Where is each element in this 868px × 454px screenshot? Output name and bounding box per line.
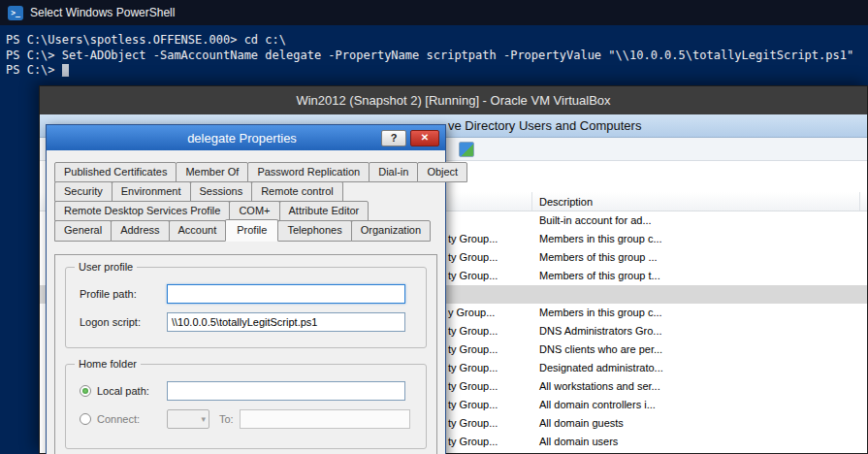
- dialog-title: delegate Properties: [47, 131, 381, 146]
- user-profile-group: User profile Profile path: Logon script:: [65, 267, 427, 348]
- list-item-type: ty Group...: [448, 380, 498, 392]
- tab-sessions[interactable]: Sessions: [190, 181, 253, 202]
- list-item-description: DNS clients who are per...: [539, 343, 662, 355]
- connect-label: Connect:: [97, 413, 140, 425]
- delegate-properties-dialog: delegate Properties ? ✕ Published Certif…: [46, 124, 446, 454]
- list-item-description: Members in this group c...: [539, 307, 662, 318]
- close-icon: ✕: [421, 133, 429, 143]
- connect-to-input[interactable]: [240, 409, 410, 429]
- list-item-description: Members in this group c...: [539, 233, 662, 244]
- terminal-cursor: _: [62, 64, 69, 77]
- list-item-type: ty Group...: [448, 343, 498, 355]
- terminal-line: PS C:\Users\spotless.OFFENSE.000> cd c:\: [6, 33, 862, 49]
- list-item-type: y Group...: [448, 307, 495, 318]
- tab-password-replication[interactable]: Password Replication: [247, 162, 370, 182]
- chevron-down-icon: ▾: [201, 414, 206, 424]
- tab-row: Remote Desktop Services ProfileCOM+Attri…: [54, 201, 368, 221]
- list-item-type: ty Group...: [448, 362, 498, 373]
- tab-account[interactable]: Account: [169, 220, 227, 242]
- tab-attribute-editor[interactable]: Attribute Editor: [279, 201, 370, 221]
- to-label: To:: [219, 413, 234, 425]
- logon-script-label: Logon script:: [80, 316, 167, 328]
- local-path-input[interactable]: [167, 381, 405, 401]
- tab-com-[interactable]: COM+: [229, 201, 279, 221]
- help-button[interactable]: ?: [381, 130, 406, 146]
- connect-radio[interactable]: [80, 413, 91, 425]
- virtualbox-titlebar[interactable]: Win2012 (Snapshot 2) [Running] - Oracle …: [40, 86, 867, 114]
- list-item-description: DNS Administrators Gro...: [539, 325, 662, 337]
- close-button[interactable]: ✕: [410, 130, 439, 146]
- local-path-radio[interactable]: [80, 385, 91, 397]
- column-header-filler: [860, 192, 867, 211]
- tab-row: SecurityEnvironmentSessionsRemote contro…: [54, 181, 342, 202]
- tab-address[interactable]: Address: [111, 220, 169, 242]
- tab-published-certificates[interactable]: Published Certificates: [54, 162, 177, 182]
- aduc-title: ve Directory Users and Computers: [448, 118, 641, 133]
- terminal-line: PS C:\> Set-ADObject -SamAccountName del…: [6, 49, 862, 64]
- screen: >_ Select Windows PowerShell PS C:\Users…: [0, 0, 868, 454]
- user-profile-group-label: User profile: [75, 261, 137, 273]
- profile-path-label: Profile path:: [80, 288, 167, 300]
- dialog-titlebar[interactable]: delegate Properties ? ✕: [47, 125, 445, 150]
- list-item-type: ty Group...: [448, 270, 498, 281]
- list-item-type: ty Group...: [448, 417, 498, 429]
- tab-object[interactable]: Object: [417, 162, 467, 182]
- virtualbox-title: Win2012 (Snapshot 2) [Running] - Oracle …: [296, 93, 610, 108]
- profile-tab-panel: User profile Profile path: Logon script:…: [54, 254, 437, 454]
- local-path-label: Local path:: [97, 385, 149, 397]
- column-header-description[interactable]: Description: [532, 192, 860, 211]
- list-item-type: ty Group...: [448, 399, 498, 410]
- dialog-tabs: Published CertificatesMember OfPassword …: [54, 162, 437, 242]
- tab-environment[interactable]: Environment: [112, 181, 191, 202]
- home-folder-group-label: Home folder: [75, 358, 141, 370]
- column-header-label: Description: [539, 196, 593, 208]
- tab-member-of[interactable]: Member Of: [176, 162, 248, 182]
- list-item-description: All domain guests: [539, 417, 624, 429]
- list-item-description: Built-in account for ad...: [539, 214, 652, 226]
- powershell-icon: >_: [8, 6, 23, 20]
- list-item-type: ty Group...: [448, 436, 498, 447]
- terminal-line: PS C:\> _: [6, 63, 862, 79]
- tab-security[interactable]: Security: [54, 181, 113, 202]
- list-item-type: ty Group...: [448, 251, 498, 263]
- profile-path-input[interactable]: [167, 284, 405, 304]
- list-item-description: All workstations and ser...: [539, 380, 660, 392]
- list-item-description: Members of this group t...: [539, 270, 660, 281]
- tab-general[interactable]: General: [54, 220, 112, 242]
- tab-profile[interactable]: Profile: [225, 219, 278, 242]
- dialog-body: Published CertificatesMember OfPassword …: [47, 150, 445, 454]
- drive-letter-select[interactable]: ▾: [167, 409, 209, 429]
- tab-organization[interactable]: Organization: [351, 220, 431, 242]
- toolbar-icon[interactable]: [459, 142, 474, 157]
- tab-row: Published CertificatesMember OfPassword …: [54, 162, 466, 182]
- tab-remote-desktop-services-profile[interactable]: Remote Desktop Services Profile: [54, 201, 230, 221]
- list-item-type: ty Group...: [448, 233, 498, 244]
- list-item-description: Designated administrato...: [539, 362, 663, 373]
- list-item-description: Members of this group ...: [539, 251, 658, 263]
- powershell-title: Select Windows PowerShell: [30, 6, 175, 19]
- tab-dial-in[interactable]: Dial-in: [369, 162, 418, 182]
- list-item-description: All domain controllers i...: [539, 399, 656, 410]
- home-folder-group: Home folder Local path: Connect:: [65, 364, 427, 449]
- tab-remote-control[interactable]: Remote control: [251, 181, 343, 202]
- powershell-titlebar[interactable]: >_ Select Windows PowerShell: [0, 0, 868, 25]
- logon-script-input[interactable]: [167, 312, 405, 332]
- tab-row: GeneralAddressAccountProfileTelephonesOr…: [54, 220, 430, 242]
- tab-telephones[interactable]: Telephones: [277, 220, 351, 242]
- list-item-description: All domain users: [539, 436, 618, 447]
- list-item-type: ty Group...: [448, 325, 498, 337]
